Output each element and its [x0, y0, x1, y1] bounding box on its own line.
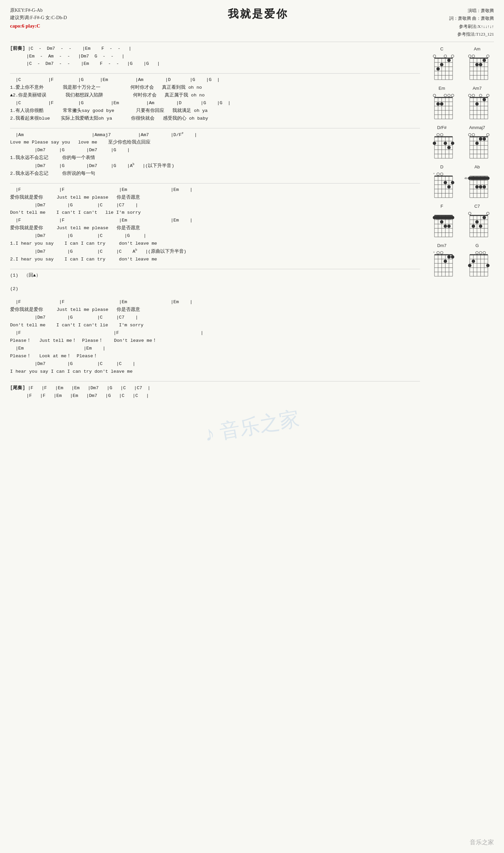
bridge2-chords1: |F |F |Em |Em | [10, 299, 420, 306]
svg-point-34 [475, 63, 479, 66]
svg-point-90 [437, 134, 439, 136]
svg-point-170 [440, 220, 444, 224]
chord-name-label: Dm7 [437, 243, 446, 248]
chorus-lyrics-love: Love me Please say you love me 至少你也给我点回应 [10, 139, 420, 146]
svg-point-109 [472, 134, 475, 136]
main-content: [前奏] |C - Dm7 - - |Em F - - | |Em - Am -… [10, 45, 420, 405]
chord-diagrams: CAmEmAm7D/F#Ammaj7D×Ab4frFC7Dm7×G [427, 45, 494, 405]
svg-point-152 [483, 185, 486, 189]
svg-text:×: × [433, 172, 435, 175]
svg-point-168 [433, 216, 436, 219]
key-info: 原KEY:F#-G-Ab [10, 7, 67, 14]
chord-diagram-c7: C7 [462, 204, 492, 239]
bridge2-lyrics3: Please！ Just tell me！ Please！ Don't leav… [10, 337, 420, 345]
svg-point-225 [468, 264, 471, 267]
chord-diagram-g: G [462, 243, 492, 279]
bottom-logo: 音乐之家 [470, 838, 494, 846]
bridge1-chords5: |Dm7 |G |C |C Ab |(原曲以下升半音) [10, 248, 420, 255]
svg-point-191 [483, 216, 486, 219]
svg-point-36 [483, 58, 486, 62]
svg-point-148 [468, 176, 471, 180]
chord-name-label: D [440, 164, 443, 170]
svg-point-189 [475, 220, 479, 224]
svg-point-132 [451, 181, 454, 184]
strum-label: 参考刷法:X↑↓↓↑↓↑ [449, 22, 494, 30]
svg-point-209 [444, 260, 447, 263]
chord-diagram-c: C [427, 47, 457, 82]
svg-point-130 [444, 181, 447, 184]
svg-point-150 [475, 185, 479, 189]
svg-point-89 [433, 142, 436, 145]
lyricist-info: 詞：萧敬腾 曲：萧敬腾 [449, 15, 494, 22]
verse1-lyrics1: 1.爱上你不意外 我是那十万分之一 何时你才会 真正看到我 oh no [10, 84, 420, 92]
svg-text:×: × [433, 250, 435, 254]
chord-diagram-dm7: Dm7× [427, 243, 457, 279]
svg-point-229 [483, 251, 486, 254]
svg-point-192 [487, 212, 489, 215]
bridge1-chords4: |Dm7 |G |C |G | [10, 232, 420, 240]
divider-2 [10, 73, 420, 74]
chorus-chords1: |Am |Ammaj7 |Am7 |D/F# | [10, 131, 420, 139]
capo-info: capo:6 play:C [10, 22, 67, 30]
bridge2-chords2: |Dm7 |G |C |C7 | [10, 314, 420, 322]
svg-point-16 [444, 55, 447, 57]
svg-point-33 [472, 55, 475, 57]
performer: 萧敬腾 [481, 8, 494, 13]
intro-text: [前奏] |C - Dm7 - - |Em F - - | |Em - Am -… [10, 45, 420, 68]
finger-label: 参考指法:T123_121 [449, 30, 494, 38]
header-left: 原KEY:F#-G-Ab 建议男调:F-F#-G 女:C-Db-D capo:6… [10, 7, 67, 30]
svg-point-226 [472, 260, 475, 263]
svg-point-211 [451, 255, 454, 259]
chorus-lyrics1: 1.我永远不会忘记 你的每一个表情 [10, 154, 420, 162]
svg-point-190 [479, 225, 482, 228]
bridge2-lyrics1: 爱你我就是爱你 Just tell me please 你是否愿意 [10, 306, 420, 314]
svg-point-70 [468, 94, 471, 97]
svg-point-187 [468, 212, 471, 215]
svg-point-14 [436, 67, 440, 71]
chord-name-label: Ammaj7 [469, 125, 485, 130]
verse1-lyrics3: 1.有人说你很酷 常常撇头say good bye 只要有你回应 我就满足 oh… [10, 107, 420, 115]
chord-grid: CAmEmAm7D/F#Ammaj7D×Ab4frFC7Dm7×G [427, 47, 494, 279]
svg-point-113 [487, 134, 489, 136]
chord-diagram-am7: Am7 [462, 86, 492, 122]
svg-point-52 [436, 102, 440, 106]
svg-point-71 [472, 94, 475, 97]
divider-1 [10, 42, 494, 42]
performer-label: 演唱： [468, 8, 481, 13]
svg-point-171 [444, 225, 447, 228]
svg-point-228 [479, 251, 482, 254]
content-area: [前奏] |C - Dm7 - - |Em F - - | |Em - Am -… [10, 45, 494, 405]
chord-name-label: F [440, 204, 443, 209]
divider-4 [10, 183, 420, 183]
svg-point-13 [433, 55, 436, 57]
bridge1-lyrics2: Don't tell me I can't I can't lie I'm so… [10, 209, 420, 217]
svg-point-169 [436, 216, 440, 219]
chord-diagram-ammaj7: Ammaj7 [462, 125, 492, 161]
svg-point-110 [475, 142, 479, 145]
svg-point-72 [475, 102, 479, 106]
strum-info: 参考刷法:X↑↓↓↑↓↑ 参考指法:T123_121 [449, 22, 494, 38]
chord-diagram-am: Am [462, 47, 492, 82]
svg-point-207 [437, 251, 439, 254]
svg-point-55 [448, 94, 450, 97]
bridge2-lyrics5: I hear you say I can I can try don't lea… [10, 368, 420, 376]
svg-point-75 [487, 94, 489, 97]
chord-diagram-dslashfsharp: D/F# [427, 125, 457, 161]
bridge2-chords5: |Dm7 |G |C |C | [10, 360, 420, 368]
svg-point-93 [447, 146, 451, 149]
chord-diagram-em: Em [427, 86, 457, 122]
chord-diagram-d: D× [427, 164, 457, 200]
svg-point-210 [447, 255, 451, 259]
verse1-lyrics4: 2.我看起来很blue 实际上我爱晒太阳oh ya 你很快就会 感受我的心 oh… [10, 115, 420, 123]
bridge1-section: |F |F |Em |Em | 爱你我就是爱你 Just tell me ple… [10, 186, 420, 264]
svg-point-35 [479, 63, 482, 66]
svg-point-129 [440, 173, 443, 175]
interlude-line1: (1) （回▲） [10, 272, 420, 280]
interlude-line2: (2) [10, 285, 420, 293]
svg-point-230 [486, 264, 489, 267]
svg-point-131 [447, 185, 451, 189]
bridge2-lyrics4: Please！ Look at me！ Please！ [10, 353, 420, 360]
svg-point-227 [476, 251, 479, 254]
chord-name-label: C [440, 47, 443, 51]
bridge1-chords2: |Dm7 |G |C |C7 | [10, 202, 420, 209]
